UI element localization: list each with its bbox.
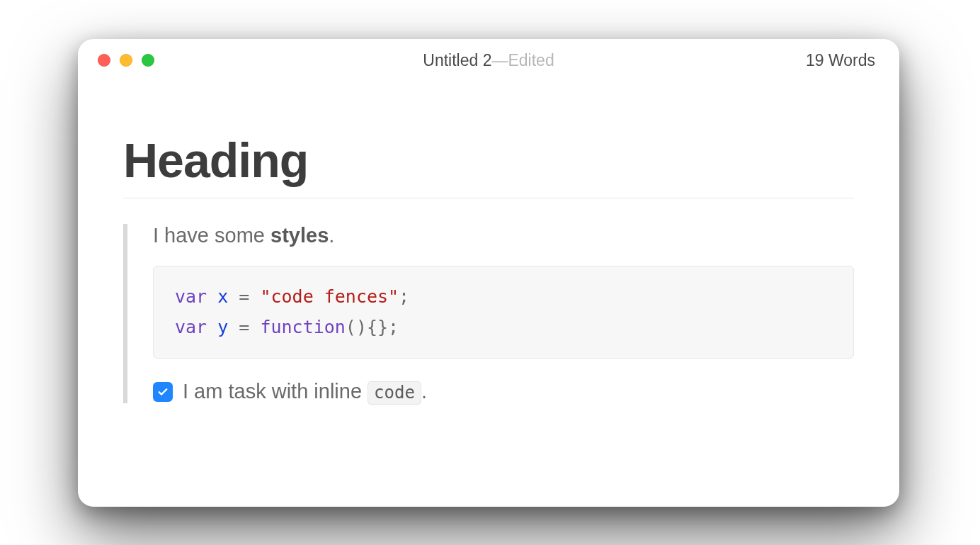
word-count: 19 Words [806, 39, 875, 82]
close-icon[interactable] [98, 54, 110, 67]
paragraph-text-suffix: . [329, 224, 334, 247]
code-punct: ; [399, 286, 409, 307]
code-string: "code fences" [260, 286, 399, 307]
app-window: Untitled 2 — Edited 19 Words Heading I h… [78, 39, 899, 507]
code-var-name: y [217, 317, 228, 337]
code-operator: = [228, 286, 260, 307]
minimize-icon[interactable] [120, 54, 132, 67]
word-count-label: 19 Words [806, 51, 875, 70]
paragraph-bold: styles [270, 224, 329, 247]
document-heading[interactable]: Heading [123, 133, 854, 198]
task-item[interactable]: I am task with inline code. [153, 380, 854, 403]
task-text-prefix: I am task with inline [183, 380, 368, 403]
code-line: var y = function(){}; [175, 313, 832, 343]
code-line: var x = "code fences"; [175, 282, 832, 313]
window-title: Untitled 2 — Edited [78, 39, 899, 82]
code-function-keyword: function [260, 317, 345, 337]
code-keyword: var [175, 286, 207, 307]
traffic-lights [98, 54, 154, 67]
code-var-name: x [217, 286, 228, 307]
zoom-icon[interactable] [142, 54, 154, 67]
code-operator: = [228, 317, 260, 337]
titlebar[interactable]: Untitled 2 — Edited 19 Words [78, 39, 899, 82]
paragraph[interactable]: I have some styles. [153, 224, 854, 247]
title-separator: — [491, 51, 508, 70]
code-keyword: var [175, 317, 207, 337]
blockquote: I have some styles. var x = "code fences… [123, 224, 854, 403]
task-text-suffix: . [421, 380, 427, 403]
document-status: Edited [508, 51, 554, 70]
paragraph-text-prefix: I have some [153, 224, 270, 247]
code-block[interactable]: var x = "code fences"; var y = function(… [153, 266, 854, 359]
document-name: Untitled 2 [423, 51, 491, 70]
task-checkbox[interactable] [153, 382, 173, 402]
editor-content[interactable]: Heading I have some styles. var x = "cod… [78, 82, 899, 403]
inline-code: code [368, 381, 421, 405]
task-text: I am task with inline code. [183, 380, 427, 403]
checkmark-icon [156, 386, 169, 398]
code-punct: (){}; [346, 317, 399, 337]
